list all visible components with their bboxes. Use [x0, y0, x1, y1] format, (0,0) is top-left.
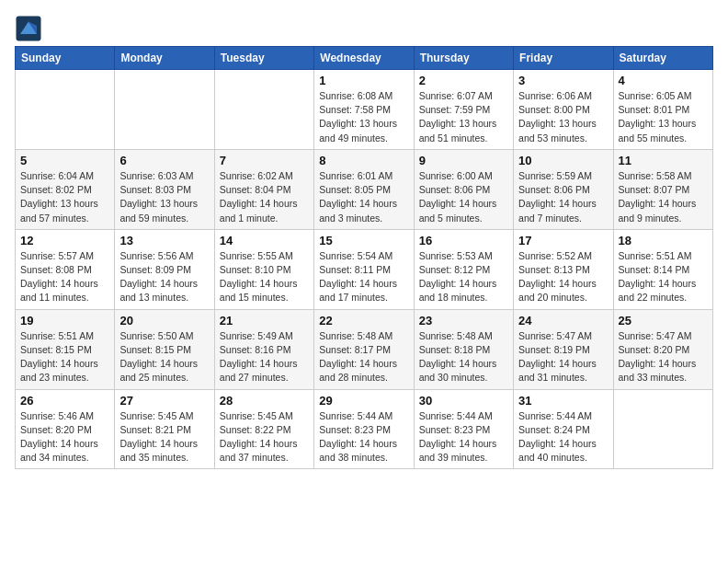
- weekday-header-sunday: Sunday: [16, 47, 115, 70]
- day-info: Sunrise: 5:59 AM Sunset: 8:06 PM Dayligh…: [518, 169, 608, 225]
- weekday-header-thursday: Thursday: [414, 47, 513, 70]
- day-info: Sunrise: 5:56 AM Sunset: 8:09 PM Dayligh…: [119, 249, 209, 305]
- day-number: 2: [419, 74, 508, 87]
- day-info: Sunrise: 5:50 AM Sunset: 8:15 PM Dayligh…: [119, 329, 209, 385]
- day-info: Sunrise: 5:51 AM Sunset: 8:14 PM Dayligh…: [619, 249, 708, 305]
- day-info: Sunrise: 6:04 AM Sunset: 8:02 PM Dayligh…: [20, 169, 109, 225]
- day-number: 21: [220, 314, 309, 327]
- day-number: 4: [619, 74, 708, 87]
- day-info: Sunrise: 5:45 AM Sunset: 8:22 PM Dayligh…: [220, 409, 309, 465]
- day-number: 10: [518, 154, 608, 167]
- day-number: 3: [518, 74, 608, 87]
- day-cell: 31Sunrise: 5:44 AM Sunset: 8:24 PM Dayli…: [514, 389, 613, 469]
- day-cell: [16, 70, 115, 150]
- day-cell: 21Sunrise: 5:49 AM Sunset: 8:16 PM Dayli…: [214, 309, 313, 389]
- day-cell: 20Sunrise: 5:50 AM Sunset: 8:15 PM Dayli…: [115, 309, 214, 389]
- day-cell: 11Sunrise: 5:58 AM Sunset: 8:07 PM Dayli…: [613, 149, 712, 229]
- day-cell: 6Sunrise: 6:03 AM Sunset: 8:03 PM Daylig…: [115, 149, 214, 229]
- day-number: 20: [119, 314, 209, 327]
- day-cell: 23Sunrise: 5:48 AM Sunset: 8:18 PM Dayli…: [414, 309, 513, 389]
- day-cell: 9Sunrise: 6:00 AM Sunset: 8:06 PM Daylig…: [414, 149, 513, 229]
- day-cell: 13Sunrise: 5:56 AM Sunset: 8:09 PM Dayli…: [115, 229, 214, 309]
- day-info: Sunrise: 5:44 AM Sunset: 8:24 PM Dayligh…: [518, 409, 608, 465]
- week-row-1: 1Sunrise: 6:08 AM Sunset: 7:58 PM Daylig…: [16, 70, 713, 150]
- day-info: Sunrise: 5:55 AM Sunset: 8:10 PM Dayligh…: [220, 249, 309, 305]
- day-info: Sunrise: 5:58 AM Sunset: 8:07 PM Dayligh…: [619, 169, 708, 225]
- day-info: Sunrise: 5:51 AM Sunset: 8:15 PM Dayligh…: [20, 329, 109, 385]
- day-info: Sunrise: 5:45 AM Sunset: 8:21 PM Dayligh…: [119, 409, 209, 465]
- day-cell: 24Sunrise: 5:47 AM Sunset: 8:19 PM Dayli…: [514, 309, 613, 389]
- day-cell: 30Sunrise: 5:44 AM Sunset: 8:23 PM Dayli…: [414, 389, 513, 469]
- day-info: Sunrise: 6:07 AM Sunset: 7:59 PM Dayligh…: [419, 89, 508, 145]
- day-info: Sunrise: 6:05 AM Sunset: 8:01 PM Dayligh…: [619, 89, 708, 145]
- week-row-2: 5Sunrise: 6:04 AM Sunset: 8:02 PM Daylig…: [16, 149, 713, 229]
- day-info: Sunrise: 5:57 AM Sunset: 8:08 PM Dayligh…: [20, 249, 109, 305]
- day-number: 15: [319, 234, 408, 247]
- day-number: 27: [119, 394, 209, 408]
- day-number: 5: [20, 154, 109, 167]
- day-info: Sunrise: 5:46 AM Sunset: 8:20 PM Dayligh…: [20, 409, 109, 465]
- day-cell: 4Sunrise: 6:05 AM Sunset: 8:01 PM Daylig…: [613, 70, 712, 150]
- weekday-header-wednesday: Wednesday: [314, 47, 414, 70]
- day-cell: 12Sunrise: 5:57 AM Sunset: 8:08 PM Dayli…: [16, 229, 115, 309]
- day-cell: 29Sunrise: 5:44 AM Sunset: 8:23 PM Dayli…: [314, 389, 414, 469]
- day-cell: [214, 70, 313, 150]
- day-info: Sunrise: 5:44 AM Sunset: 8:23 PM Dayligh…: [319, 409, 408, 465]
- day-number: 17: [518, 234, 608, 247]
- day-number: 25: [619, 314, 708, 327]
- day-cell: 25Sunrise: 5:47 AM Sunset: 8:20 PM Dayli…: [613, 309, 712, 389]
- day-cell: 17Sunrise: 5:52 AM Sunset: 8:13 PM Dayli…: [514, 229, 613, 309]
- day-number: 16: [419, 234, 508, 247]
- day-info: Sunrise: 6:02 AM Sunset: 8:04 PM Dayligh…: [220, 169, 309, 225]
- day-info: Sunrise: 5:44 AM Sunset: 8:23 PM Dayligh…: [419, 409, 508, 465]
- day-number: 18: [619, 234, 708, 247]
- day-number: 31: [518, 394, 608, 408]
- weekday-header-tuesday: Tuesday: [214, 47, 313, 70]
- day-number: 12: [20, 234, 109, 247]
- weekday-header-saturday: Saturday: [613, 47, 712, 70]
- day-number: 13: [119, 234, 209, 247]
- day-info: Sunrise: 5:47 AM Sunset: 8:19 PM Dayligh…: [518, 329, 608, 385]
- day-info: Sunrise: 6:08 AM Sunset: 7:58 PM Dayligh…: [319, 89, 408, 145]
- day-number: 9: [419, 154, 508, 167]
- day-number: 29: [319, 394, 408, 408]
- day-cell: 22Sunrise: 5:48 AM Sunset: 8:17 PM Dayli…: [314, 309, 414, 389]
- day-number: 11: [619, 154, 708, 167]
- day-cell: 1Sunrise: 6:08 AM Sunset: 7:58 PM Daylig…: [314, 70, 414, 150]
- day-cell: 16Sunrise: 5:53 AM Sunset: 8:12 PM Dayli…: [414, 229, 513, 309]
- day-info: Sunrise: 5:52 AM Sunset: 8:13 PM Dayligh…: [518, 249, 608, 305]
- logo: [15, 15, 46, 42]
- day-cell: 14Sunrise: 5:55 AM Sunset: 8:10 PM Dayli…: [214, 229, 313, 309]
- day-number: 26: [20, 394, 109, 408]
- day-number: 14: [220, 234, 309, 247]
- day-cell: 15Sunrise: 5:54 AM Sunset: 8:11 PM Dayli…: [314, 229, 414, 309]
- day-number: 6: [119, 154, 209, 167]
- day-number: 7: [220, 154, 309, 167]
- weekday-header-monday: Monday: [115, 47, 214, 70]
- week-row-3: 12Sunrise: 5:57 AM Sunset: 8:08 PM Dayli…: [16, 229, 713, 309]
- day-number: 30: [419, 394, 508, 408]
- day-cell: 3Sunrise: 6:06 AM Sunset: 8:00 PM Daylig…: [514, 70, 613, 150]
- day-info: Sunrise: 6:01 AM Sunset: 8:05 PM Dayligh…: [319, 169, 408, 225]
- day-info: Sunrise: 5:48 AM Sunset: 8:18 PM Dayligh…: [419, 329, 508, 385]
- day-cell: 7Sunrise: 6:02 AM Sunset: 8:04 PM Daylig…: [214, 149, 313, 229]
- day-cell: 28Sunrise: 5:45 AM Sunset: 8:22 PM Dayli…: [214, 389, 313, 469]
- weekday-header-friday: Friday: [514, 47, 613, 70]
- day-info: Sunrise: 6:06 AM Sunset: 8:00 PM Dayligh…: [518, 89, 608, 145]
- day-cell: [613, 389, 712, 469]
- week-row-5: 26Sunrise: 5:46 AM Sunset: 8:20 PM Dayli…: [16, 389, 713, 469]
- day-number: 22: [319, 314, 408, 327]
- day-info: Sunrise: 5:54 AM Sunset: 8:11 PM Dayligh…: [319, 249, 408, 305]
- day-cell: 2Sunrise: 6:07 AM Sunset: 7:59 PM Daylig…: [414, 70, 513, 150]
- day-number: 24: [518, 314, 608, 327]
- day-cell: 5Sunrise: 6:04 AM Sunset: 8:02 PM Daylig…: [16, 149, 115, 229]
- day-cell: 8Sunrise: 6:01 AM Sunset: 8:05 PM Daylig…: [314, 149, 414, 229]
- day-number: 8: [319, 154, 408, 167]
- day-number: 28: [220, 394, 309, 408]
- weekday-header-row: SundayMondayTuesdayWednesdayThursdayFrid…: [16, 47, 713, 70]
- day-number: 23: [419, 314, 508, 327]
- day-info: Sunrise: 6:00 AM Sunset: 8:06 PM Dayligh…: [419, 169, 508, 225]
- day-info: Sunrise: 6:03 AM Sunset: 8:03 PM Dayligh…: [119, 169, 209, 225]
- week-row-4: 19Sunrise: 5:51 AM Sunset: 8:15 PM Dayli…: [16, 309, 713, 389]
- day-info: Sunrise: 5:47 AM Sunset: 8:20 PM Dayligh…: [619, 329, 708, 385]
